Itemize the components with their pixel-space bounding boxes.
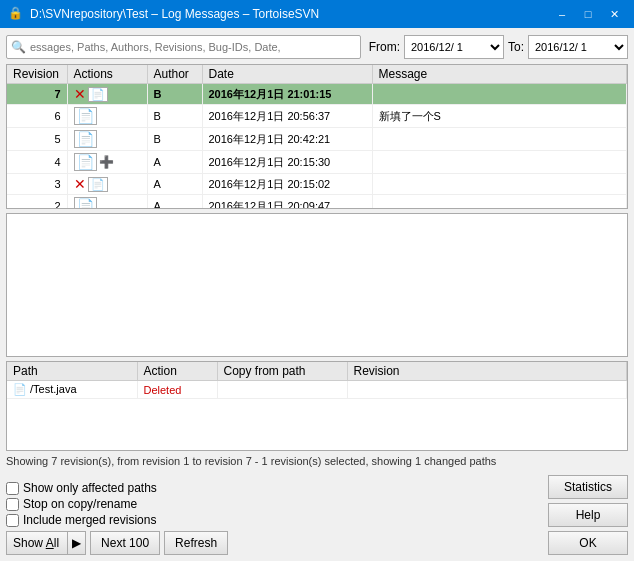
bottom-section: Show only affected pathsStop on copy/ren… [6,475,628,555]
col-date: Date [202,65,372,84]
show-all-label: Show All [7,536,65,550]
minimize-button[interactable]: – [550,4,574,24]
help-button[interactable]: Help [548,503,628,527]
table-row[interactable]: 6📄B2016年12月1日 20:56:37新填了一个S [7,105,627,128]
ok-button[interactable]: OK [548,531,628,555]
cell-action: Deleted [137,381,217,399]
col-actions: Actions [67,65,147,84]
cell-copy-from-path [217,381,347,399]
checkbox-row: Show only affected paths [6,481,228,495]
table-row[interactable]: 5📄B2016年12月1日 20:42:21 [7,128,627,151]
cell-author: A [147,151,202,174]
path-col-revision: Revision [347,362,627,381]
next-100-button[interactable]: Next 100 [90,531,160,555]
cell-message [372,84,627,105]
cell-actions: 📄 [67,105,147,128]
to-label: To: [508,40,524,54]
search-input[interactable] [30,41,356,53]
checkbox-cb3[interactable] [6,514,19,527]
cell-date: 2016年12月1日 20:09:47 [202,195,372,210]
cell-actions: ✕📄 [67,84,147,105]
table-row[interactable]: 7✕📄B2016年12月1日 21:01:15 [7,84,627,105]
search-bar: 🔍 From: 2016/12/ 1 To: 2016/12/ 1 [6,34,628,60]
col-message: Message [372,65,627,84]
cell-author: A [147,195,202,210]
search-icon: 🔍 [11,40,26,54]
window-controls: – □ ✕ [550,4,626,24]
path-table-wrap: Path Action Copy from path Revision 📄 /T… [6,361,628,451]
from-label: From: [369,40,400,54]
checkboxes: Show only affected pathsStop on copy/ren… [6,481,228,527]
col-revision: Revision [7,65,67,84]
log-table: Revision Actions Author Date Message 7✕📄… [7,65,627,209]
checkbox-row: Stop on copy/rename [6,497,228,511]
table-row[interactable]: 4📄➕A2016年12月1日 20:15:30 [7,151,627,174]
cell-author: B [147,128,202,151]
col-author: Author [147,65,202,84]
from-date-select[interactable]: 2016/12/ 1 [404,35,504,59]
window-title: D:\SVNrepository\Test – Log Messages – T… [30,7,319,21]
cell-date: 2016年12月1日 20:56:37 [202,105,372,128]
cell-actions: 📄 [67,128,147,151]
cell-author: A [147,174,202,195]
table-row[interactable]: 2📄A2016年12月1日 20:09:47 [7,195,627,210]
table-row[interactable]: 📄 /Test.javaDeleted [7,381,627,399]
cell-revision: 7 [7,84,67,105]
checkbox-cb2[interactable] [6,498,19,511]
cell-author: B [147,105,202,128]
checkbox-cb1[interactable] [6,482,19,495]
log-table-wrap: Revision Actions Author Date Message 7✕📄… [6,64,628,209]
cell-date: 2016年12月1日 21:01:15 [202,84,372,105]
statistics-button[interactable]: Statistics [548,475,628,499]
cell-revision: 6 [7,105,67,128]
cell-actions: ✕📄 [67,174,147,195]
cell-revision: 3 [7,174,67,195]
to-date-select[interactable]: 2016/12/ 1 [528,35,628,59]
checkbox-label: Stop on copy/rename [23,497,137,511]
refresh-button[interactable]: Refresh [164,531,228,555]
cell-message: 新填了一个S [372,105,627,128]
close-button[interactable]: ✕ [602,4,626,24]
cell-date: 2016年12月1日 20:42:21 [202,128,372,151]
bottom-left: Show only affected pathsStop on copy/ren… [6,481,228,555]
cell-date: 2016年12月1日 20:15:30 [202,151,372,174]
search-input-wrap[interactable]: 🔍 [6,35,361,59]
cell-revision: 5 [7,128,67,151]
table-row[interactable]: 3✕📄A2016年12月1日 20:15:02 [7,174,627,195]
app-icon: 🔒 [8,6,24,22]
cell-revision [347,381,627,399]
cell-path: 📄 /Test.java [7,381,137,399]
cell-revision: 2 [7,195,67,210]
show-all-arrow-icon[interactable]: ▶ [67,532,85,554]
cell-message [372,128,627,151]
main-content: 🔍 From: 2016/12/ 1 To: 2016/12/ 1 Revisi… [0,28,634,561]
checkbox-row: Include merged revisions [6,513,228,527]
bottom-buttons-row: Show All ▶ Next 100 Refresh [6,531,228,555]
checkbox-label: Show only affected paths [23,481,157,495]
bottom-right: Statistics Help OK [548,475,628,555]
path-col-action: Action [137,362,217,381]
path-col-path: Path [7,362,137,381]
cell-author: B [147,84,202,105]
path-table: Path Action Copy from path Revision 📄 /T… [7,362,627,399]
cell-message [372,174,627,195]
status-bar: Showing 7 revision(s), from revision 1 t… [6,455,628,471]
from-to-section: From: 2016/12/ 1 To: 2016/12/ 1 [369,35,628,59]
title-bar: 🔒 D:\SVNrepository\Test – Log Messages –… [0,0,634,28]
maximize-button[interactable]: □ [576,4,600,24]
show-all-button[interactable]: Show All ▶ [6,531,86,555]
path-col-copy: Copy from path [217,362,347,381]
status-text: Showing 7 revision(s), from revision 1 t… [6,455,496,467]
cell-actions: 📄➕ [67,151,147,174]
cell-actions: 📄 [67,195,147,210]
cell-date: 2016年12月1日 20:15:02 [202,174,372,195]
detail-area [6,213,628,357]
cell-message [372,195,627,210]
cell-revision: 4 [7,151,67,174]
cell-message [372,151,627,174]
checkbox-label: Include merged revisions [23,513,156,527]
